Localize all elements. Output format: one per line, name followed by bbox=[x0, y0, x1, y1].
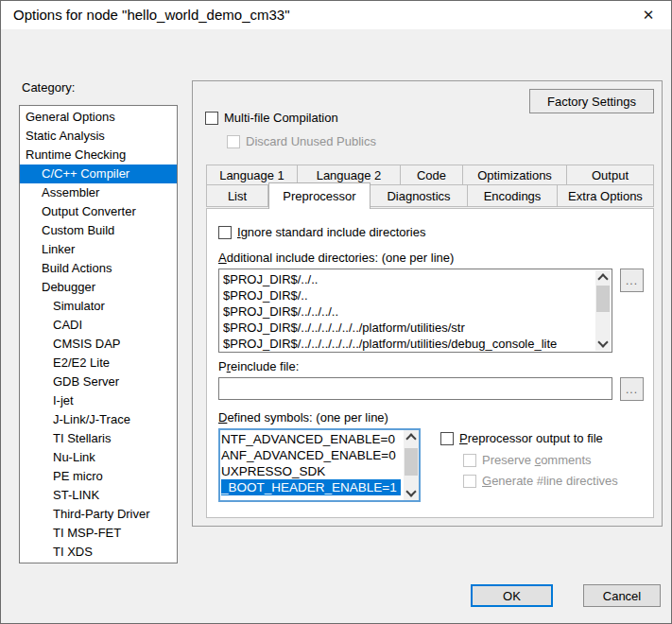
include-dir-row[interactable]: $PROJ_DIR$/.. bbox=[223, 287, 593, 303]
dialog-title: Options for node "hello_world_demo_cm33" bbox=[13, 1, 290, 29]
include-scrollbar[interactable] bbox=[595, 270, 611, 351]
category-item[interactable]: PE micro bbox=[20, 467, 177, 486]
defined-symbols-listbox[interactable]: NTF_ADVANCED_ENABLE=0 ANF_ADVANCED_ENABL… bbox=[218, 428, 421, 502]
category-item[interactable]: ST-LINK bbox=[20, 486, 177, 505]
preinclude-browse-button[interactable]: ... bbox=[620, 377, 644, 401]
category-item[interactable]: E2/E2 Lite bbox=[20, 354, 177, 373]
compiler-options-groupbox: Factory Settings Multi-file Compilation … bbox=[192, 80, 663, 527]
tab-extra-options[interactable]: Extra Options bbox=[558, 185, 654, 207]
category-item[interactable]: Static Analysis bbox=[20, 127, 177, 146]
category-item[interactable]: TI Stellaris bbox=[20, 429, 177, 448]
defined-symbols-label: Defined symbols: (one per line) bbox=[218, 410, 388, 425]
category-item-selected[interactable]: C/C++ Compiler bbox=[20, 165, 177, 183]
category-item[interactable]: I-jet bbox=[20, 391, 177, 410]
tab-encodings[interactable]: Encodings bbox=[468, 185, 558, 207]
tab-code[interactable]: Code bbox=[401, 165, 463, 185]
chevron-up-icon bbox=[597, 273, 608, 284]
scroll-up-button[interactable] bbox=[595, 270, 611, 285]
preinclude-file-input[interactable] bbox=[218, 377, 612, 400]
category-item[interactable]: Debugger bbox=[20, 278, 177, 297]
category-item[interactable]: Linker bbox=[20, 240, 177, 259]
include-dir-row[interactable]: $PROJ_DIR$/../../../.. bbox=[223, 303, 593, 320]
category-label: Category: bbox=[22, 80, 75, 95]
scroll-up-button[interactable] bbox=[404, 430, 419, 444]
tab-row-2: List Preprocessor Diagnostics Encodings … bbox=[206, 185, 654, 209]
defined-symbol-row-selected[interactable]: _BOOT_HEADER_ENABLE=1 bbox=[221, 479, 401, 495]
tab-output[interactable]: Output bbox=[567, 165, 654, 185]
category-item[interactable]: CADI bbox=[20, 316, 177, 335]
factory-settings-button[interactable]: Factory Settings bbox=[529, 89, 654, 113]
multi-file-compilation-label: Multi-file Compilation bbox=[224, 111, 338, 125]
checkbox-icon bbox=[218, 226, 232, 239]
category-item[interactable]: Output Converter bbox=[20, 202, 177, 221]
ok-button[interactable]: OK bbox=[471, 584, 553, 607]
category-item[interactable]: Nu-Link bbox=[20, 448, 177, 467]
defined-symbol-row[interactable]: ANF_ADVANCED_ENABLE=0 bbox=[221, 447, 401, 463]
category-item[interactable]: TI XDS bbox=[20, 543, 177, 562]
checkbox-icon bbox=[205, 112, 218, 125]
include-dir-row[interactable]: $PROJ_DIR$/../.. bbox=[223, 271, 593, 287]
scrollbar-thumb[interactable] bbox=[596, 286, 610, 312]
category-item[interactable]: Build Actions bbox=[20, 259, 177, 278]
tab-diagnostics[interactable]: Diagnostics bbox=[370, 185, 468, 207]
preprocessor-output-checkbox[interactable]: Preprocessor output to file bbox=[440, 431, 603, 445]
category-item[interactable]: Runtime Checking bbox=[20, 146, 177, 165]
category-item[interactable]: Custom Build bbox=[20, 221, 177, 240]
category-list[interactable]: General Options Static Analysis Runtime … bbox=[19, 105, 178, 563]
category-item[interactable]: General Options bbox=[20, 108, 177, 127]
checkbox-icon bbox=[463, 475, 476, 488]
category-item[interactable]: Simulator bbox=[20, 297, 177, 316]
chevron-up-icon bbox=[405, 433, 416, 443]
generate-line-directives-label: Generate #line directives bbox=[482, 474, 618, 488]
scroll-down-button[interactable] bbox=[404, 486, 419, 500]
checkbox-icon bbox=[440, 432, 454, 445]
discard-unused-publics-label: Discard Unused Publics bbox=[246, 134, 376, 148]
defined-symbol-row[interactable]: NTF_ADVANCED_ENABLE=0 bbox=[221, 431, 401, 447]
checkbox-icon bbox=[463, 454, 476, 467]
checkbox-icon bbox=[227, 135, 240, 148]
category-item[interactable]: Assembler bbox=[20, 183, 177, 202]
preserve-comments-label: Preserve comments bbox=[482, 453, 592, 467]
category-item[interactable]: GDB Server bbox=[20, 373, 177, 391]
defined-symbols-scrollbar[interactable] bbox=[404, 430, 419, 500]
multi-file-compilation-checkbox[interactable]: Multi-file Compilation bbox=[205, 111, 338, 125]
defined-symbol-row[interactable]: UXPRESSO_SDK bbox=[221, 463, 401, 479]
category-item[interactable]: CMSIS DAP bbox=[20, 335, 177, 354]
preinclude-file-label: Preinclude file: bbox=[218, 359, 299, 373]
tab-control: Language 1 Language 2 Code Optimizations… bbox=[206, 165, 654, 518]
discard-unused-publics-checkbox: Discard Unused Publics bbox=[227, 134, 376, 148]
ignore-standard-include-label: Ignore standard include directories bbox=[237, 225, 425, 239]
scroll-down-button[interactable] bbox=[595, 337, 611, 351]
chevron-down-icon bbox=[405, 486, 416, 496]
options-dialog: Options for node "hello_world_demo_cm33"… bbox=[0, 0, 672, 624]
cancel-button[interactable]: Cancel bbox=[583, 584, 661, 607]
include-browse-button[interactable]: ... bbox=[620, 269, 644, 292]
tab-list[interactable]: List bbox=[206, 185, 268, 207]
ignore-standard-include-checkbox[interactable]: Ignore standard include directories bbox=[218, 225, 425, 239]
additional-include-directories-label: Additional include directories: (one per… bbox=[218, 251, 454, 265]
generate-line-directives-checkbox: Generate #line directives bbox=[463, 474, 618, 488]
chevron-down-icon bbox=[597, 337, 608, 347]
tab-preprocessor[interactable]: Preprocessor bbox=[268, 182, 370, 209]
scrollbar-thumb[interactable] bbox=[405, 448, 418, 476]
preprocessor-tab-panel: Ignore standard include directories Addi… bbox=[206, 208, 654, 518]
category-item[interactable]: Third-Party Driver bbox=[20, 505, 177, 524]
category-item[interactable]: TI MSP-FET bbox=[20, 524, 177, 543]
include-directories-listbox[interactable]: $PROJ_DIR$/../.. $PROJ_DIR$/.. $PROJ_DIR… bbox=[218, 269, 612, 353]
tab-optimizations[interactable]: Optimizations bbox=[463, 165, 567, 185]
title-bar: Options for node "hello_world_demo_cm33"… bbox=[1, 1, 671, 29]
include-dir-row[interactable]: $PROJ_DIR$/../../../../../../platform/ut… bbox=[223, 320, 593, 336]
preprocessor-output-label: Preprocessor output to file bbox=[459, 431, 603, 445]
include-dir-row[interactable]: $PROJ_DIR$/../../../../../../platform/ut… bbox=[223, 336, 593, 352]
close-icon[interactable]: ✕ bbox=[629, 1, 667, 28]
preserve-comments-checkbox: Preserve comments bbox=[463, 453, 592, 467]
category-item[interactable]: J-Link/J-Trace bbox=[20, 410, 177, 429]
